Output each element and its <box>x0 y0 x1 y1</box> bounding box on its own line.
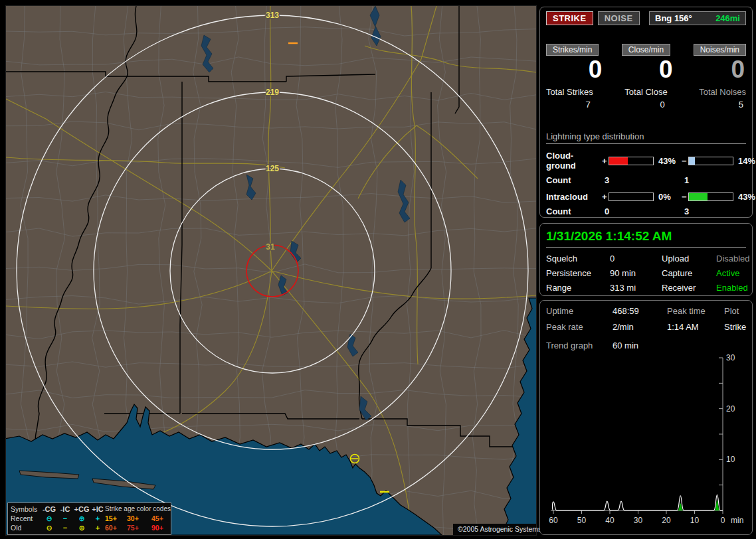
squelch-value: 0 <box>610 254 662 264</box>
uptime-label: Uptime <box>546 306 613 316</box>
total-noises: Total Noises 5 <box>699 87 746 110</box>
receiver-label: Receiver <box>662 283 716 293</box>
age-15-label: 15+ <box>105 514 127 523</box>
ring-label-313: 313 <box>266 11 279 20</box>
plus-sign: + <box>602 156 609 166</box>
strike-mode-button[interactable]: STRIKE <box>546 11 593 25</box>
legend-old-label: Old <box>11 523 41 532</box>
cg-count-label: Count <box>546 175 602 185</box>
plot-label: Plot <box>724 306 746 316</box>
bearing-indicator: Bng 156° 246mi <box>649 11 746 25</box>
persistence-value: 90 min <box>610 268 662 278</box>
ic-minus-bar <box>688 193 733 201</box>
total-strikes-value: 7 <box>546 100 593 110</box>
legend-header: Symbols -CG -IC +CG +IC Strike age color… <box>11 504 168 514</box>
peak-rate-label: Peak rate <box>546 322 613 332</box>
squelch-label: Squelch <box>546 254 610 264</box>
nexstorm-window: 313 219 125 31 Symbols -CG -IC +CG <box>0 0 756 539</box>
svg-text:30: 30 <box>634 516 643 525</box>
lightning-map[interactable]: 313 219 125 31 Symbols -CG -IC +CG <box>5 5 537 536</box>
noises-per-min-button[interactable]: Noises/min <box>694 44 746 56</box>
ring-label-31: 31 <box>266 242 275 252</box>
legend-recent-label: Recent <box>11 514 41 523</box>
plus-sign: + <box>602 192 609 202</box>
strikes-per-min-button[interactable]: Strikes/min <box>546 44 599 56</box>
intracloud-row: Intracloud + 0% − 43% <box>546 192 746 202</box>
noise-mode-button[interactable]: NOISE <box>598 11 640 25</box>
svg-text:0: 0 <box>721 516 725 525</box>
stats-grid: Uptime 468:59 Peak time Plot Peak rate 2… <box>546 306 746 332</box>
map-copyright: ©2005 Astrogenic Systems <box>453 524 536 535</box>
ic-minus-count: 3 <box>684 206 689 216</box>
age-60-label: 60+ <box>105 523 127 532</box>
intracloud-label: Intracloud <box>546 192 602 202</box>
trend-graph-label: Trend graph <box>546 341 613 350</box>
upload-status: Disabled <box>716 254 750 264</box>
minus-sign: − <box>682 156 688 166</box>
ring-label-219: 219 <box>266 88 279 97</box>
pos-cg-recent-icon: ⊕ <box>73 514 90 523</box>
ic-count-label: Count <box>546 206 602 216</box>
trend-graph: 1020306050403020100min <box>544 351 750 530</box>
cg-plus-bar <box>609 157 654 165</box>
cg-minus-bar <box>688 157 733 165</box>
neg-ic-old-icon: − <box>57 523 73 532</box>
mode-button-row: STRIKE NOISE Bng 156° 246mi <box>546 11 746 25</box>
upload-label: Upload <box>662 254 716 264</box>
settings-box: 1/31/2026 1:14:52 AM Squelch 0 Upload Di… <box>539 223 753 296</box>
datetime-display: 1/31/2026 1:14:52 AM <box>546 229 746 248</box>
svg-text:60: 60 <box>549 516 558 525</box>
pos-ic-old-icon: + <box>90 523 105 532</box>
trend-box: Uptime 468:59 Peak time Plot Peak rate 2… <box>539 300 753 535</box>
noises-per-min-value: 0 <box>680 56 746 83</box>
rate-counter-labels: Strikes/min Close/min Noises/min <box>546 44 746 56</box>
ic-plus-bar <box>609 193 654 201</box>
settings-grid: Squelch 0 Upload Disabled Persistence 90… <box>546 254 746 293</box>
legend-symbols-label: Symbols <box>11 504 41 514</box>
capture-status: Active <box>716 268 750 278</box>
cg-minus-pct: 14% <box>735 156 751 166</box>
distribution-title: Lightning type distribution <box>546 131 746 144</box>
cg-minus-bar-fill <box>689 157 695 165</box>
svg-text:20: 20 <box>726 404 735 414</box>
pos-cg-old-icon: ⊕ <box>73 523 90 532</box>
age-90-label: 90+ <box>151 523 171 532</box>
legend-row-old: Old ⊖ − ⊕ + 60+ 75+ 90+ <box>11 523 168 532</box>
total-noises-value: 5 <box>699 100 746 110</box>
counters-box: STRIKE NOISE Bng 156° 246mi Strikes/min … <box>539 7 753 218</box>
status-panel: STRIKE NOISE Bng 156° 246mi Strikes/min … <box>539 0 753 539</box>
minus-sign: − <box>682 192 688 202</box>
peak-rate-value: 2/min <box>613 322 667 332</box>
legend-neg-ic-label: -IC <box>57 504 73 514</box>
capture-label: Capture <box>662 268 716 278</box>
ic-minus-bar-fill <box>689 193 708 200</box>
ic-plus-count: 0 <box>605 206 609 216</box>
peak-time-label: Peak time <box>667 306 724 316</box>
age-75-label: 75+ <box>127 523 151 532</box>
receiver-status: Enabled <box>716 283 750 293</box>
svg-text:50: 50 <box>577 516 587 525</box>
cg-minus-count: 1 <box>684 175 689 185</box>
cloud-ground-label: Cloud-ground <box>546 151 602 171</box>
svg-text:10: 10 <box>690 516 700 525</box>
svg-text:40: 40 <box>605 516 614 525</box>
peak-time-value: 1:14 AM <box>667 322 724 332</box>
bearing-label: Bng 156° <box>655 13 692 23</box>
persistence-label: Persistence <box>546 268 610 278</box>
cg-plus-pct: 43% <box>655 156 682 166</box>
pos-ic-recent-icon: + <box>90 514 105 523</box>
ic-plus-pct: 0% <box>655 192 682 202</box>
legend-pos-ic-label: +IC <box>90 504 105 514</box>
range-value: 313 mi <box>610 283 662 293</box>
ic-minus-pct: 43% <box>735 192 751 202</box>
total-noises-label: Total Noises <box>699 87 746 97</box>
cg-plus-bar-fill <box>609 157 628 165</box>
strikes-per-min-value: 0 <box>546 56 613 83</box>
close-per-min-button[interactable]: Close/min <box>622 44 670 56</box>
cloud-ground-row: Cloud-ground + 43% − 14% <box>546 151 746 171</box>
svg-text:20: 20 <box>662 516 671 525</box>
trend-graph-row: Trend graph 60 min <box>546 341 746 350</box>
range-label: Range <box>546 283 610 293</box>
totals-row: Total Strikes 7 Total Close 0 Total Nois… <box>546 87 746 110</box>
neg-cg-old-icon: ⊖ <box>41 523 57 532</box>
